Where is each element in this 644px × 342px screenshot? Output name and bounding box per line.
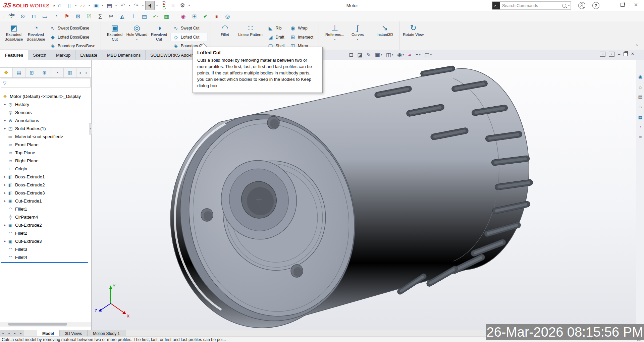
compare-button[interactable]: ∎ <box>212 12 221 20</box>
tree-item-boss-extrude2[interactable]: ▸◧Boss-Extrude2 <box>0 181 91 189</box>
panel-splitter-handle[interactable]: ◂ <box>89 123 92 134</box>
rebuild-button[interactable] <box>159 1 168 10</box>
home-button[interactable]: ⌂ <box>55 1 64 10</box>
performance-evaluation-button[interactable]: ◔ <box>51 12 60 20</box>
tree-item-fillet1[interactable]: ◠Fillet1 <box>0 205 91 213</box>
options-caret-icon[interactable]: ▾ <box>187 4 191 7</box>
tree-item-cirpattern4[interactable]: ╬CirPattern4 <box>0 213 91 221</box>
view-orientation-button[interactable]: ▣▾ <box>375 52 382 58</box>
tree-item-sensors[interactable]: ◎Sensors <box>0 108 91 116</box>
fillet-button[interactable]: ◠ Fillet <box>214 22 236 50</box>
tree-item-right-plane[interactable]: ▱Right Plane <box>0 157 91 165</box>
display-style-button[interactable]: ◫▾ <box>386 52 393 58</box>
search-commands-box[interactable]: >_ Search Commands ▾ <box>492 1 571 10</box>
excel-table-button[interactable]: ▦ <box>162 12 171 20</box>
open-caret-icon[interactable]: ▾ <box>88 4 91 7</box>
tree-item-solid-bodies[interactable]: ▸◳Solid Bodies(1) <box>0 124 91 132</box>
edit-appearance-button[interactable]: ◕ <box>408 52 411 58</box>
extruded-cut-button[interactable]: ▣ Extruded Cut <box>104 22 126 50</box>
tree-item-cut-extrude2[interactable]: ▸▣Cut-Extrude2 <box>0 221 91 229</box>
select-tool-button[interactable]: ➤ <box>145 1 155 10</box>
draft-button[interactable]: ◢Draft <box>265 33 287 42</box>
save-button[interactable]: ▣ <box>92 1 100 10</box>
restore-button[interactable] <box>621 3 625 7</box>
tree-item-material[interactable]: ≔Material <not specified> <box>0 132 91 140</box>
rib-button[interactable]: ◣Rib <box>265 24 287 33</box>
display-manager-tab[interactable]: ◔ <box>51 68 64 77</box>
expand-icon[interactable]: ▸ <box>3 175 7 178</box>
view-settings-button[interactable]: ▢▾ <box>425 52 432 58</box>
tab-motion-study-1[interactable]: Motion Study 1 <box>88 330 125 337</box>
tree-item-cut-extrude1[interactable]: ▸▣Cut-Extrude1 <box>0 197 91 205</box>
reference-caret-icon[interactable]: ▾ <box>334 38 335 41</box>
expand-icon[interactable]: ▸ <box>3 127 7 130</box>
curvature-button[interactable]: ⊞ <box>190 12 199 20</box>
search-icon[interactable] <box>562 4 566 8</box>
panel-horizontal-scrollbar[interactable] <box>0 322 91 327</box>
tree-item-annotations[interactable]: ▸AAnnotations <box>0 116 91 124</box>
rotate-view-button[interactable]: ↻ Rotate View <box>402 22 424 50</box>
last-tab-button[interactable]: ▸ <box>18 330 24 337</box>
panel-tab-scroll-right-icon[interactable]: ▸ <box>83 68 90 77</box>
tab-evaluate[interactable]: Evaluate <box>75 50 102 60</box>
new-document-button[interactable]: ▯ <box>65 1 73 10</box>
check-entity-button[interactable]: ⊠ <box>73 12 83 20</box>
print-caret-icon[interactable]: ▾ <box>114 4 118 7</box>
collapse-left-pane-button[interactable]: ◂ <box>600 52 605 57</box>
tree-item-front-plane[interactable]: ▱Front Plane <box>0 140 91 149</box>
zoom-to-fit-button[interactable]: ⊡ <box>349 52 353 58</box>
revolved-cut-button[interactable]: ◑ Revolved Cut <box>148 22 170 50</box>
section-view-button[interactable]: ◪ <box>357 52 362 58</box>
tab-mbd-dimensions[interactable]: MBD Dimensions <box>102 50 146 60</box>
open-button[interactable]: ▱ <box>78 1 87 10</box>
minimize-button[interactable]: – <box>606 1 612 7</box>
feature-manager-tab[interactable]: ❖ <box>0 68 13 77</box>
lofted-cut-button[interactable]: ◇Lofted Cut <box>170 33 208 42</box>
instant3d-button[interactable]: ↘ Instant3D <box>373 22 396 50</box>
tab-sketch[interactable]: Sketch <box>28 50 51 60</box>
geometry-check-button[interactable]: ☑ <box>85 12 94 20</box>
curves-button[interactable]: ∫ Curves ▾ <box>348 22 367 50</box>
home-tab-icon[interactable]: ◉ <box>638 74 642 79</box>
print-button[interactable]: ▤ <box>105 1 114 10</box>
tab-features[interactable]: Features <box>0 50 28 60</box>
tree-item-top-plane[interactable]: ▱Top Plane <box>0 149 91 157</box>
close-button[interactable]: × <box>633 1 639 8</box>
undercut-analysis-button[interactable]: ⊥ <box>129 12 138 20</box>
view-palette-icon[interactable]: ▦ <box>638 114 642 120</box>
tree-filter[interactable]: ▽ <box>1 78 91 88</box>
appearances-scenes-icon[interactable]: ◔ <box>639 124 642 130</box>
reference-geometry-button[interactable]: ⊥ Referenc... ▾ <box>322 22 348 50</box>
sensor-button[interactable]: ⚑ <box>62 12 71 20</box>
intersect-button[interactable]: ⊞Intersect <box>287 33 316 42</box>
extruded-boss-button[interactable]: ◩ Extruded Boss/Base <box>3 22 25 50</box>
hole-wizard-button[interactable]: ◎ Hole Wizard ▾ <box>126 22 148 50</box>
tree-item-history[interactable]: ▸◷History <box>0 100 91 108</box>
property-manager-tab[interactable]: ▤ <box>13 68 25 77</box>
draft-analysis-button[interactable]: ◭ <box>118 12 127 20</box>
help-button[interactable]: ? <box>592 2 599 9</box>
tree-item-origin[interactable]: ∟Origin <box>0 165 91 173</box>
select-caret-icon[interactable]: ▾ <box>155 4 159 7</box>
annotation-views-button[interactable]: ✎ <box>367 52 371 58</box>
doc-restore-button[interactable] <box>624 52 628 56</box>
undo-button[interactable]: ↶ <box>118 1 127 10</box>
3d-web-button[interactable]: ◎ <box>223 12 232 20</box>
panel-tab-scroll-left-icon[interactable]: ◂ <box>76 68 83 77</box>
tree-item-boss-extrude3[interactable]: ▸◧Boss-Extrude3 <box>0 189 91 197</box>
file-properties-2-button[interactable]: ▤ <box>140 12 149 20</box>
save-caret-icon[interactable]: ▾ <box>101 4 104 7</box>
magnified-selection-button[interactable]: ⊙ <box>18 12 27 20</box>
tree-item-fillet4[interactable]: ◠Fillet4 <box>0 253 91 261</box>
design-library-icon[interactable]: ▤ <box>638 94 642 100</box>
expand-icon[interactable]: ▸ <box>3 103 7 106</box>
solidworks-resources-icon[interactable]: ⌂ <box>639 84 642 90</box>
hole-wizard-caret-icon[interactable]: ▾ <box>136 38 138 41</box>
tree-item-boss-extrude1[interactable]: ▸◧Boss-Extrude1 <box>0 173 91 181</box>
expand-icon[interactable]: ▸ <box>3 199 7 203</box>
lofted-boss-button[interactable]: ◆Lofted Boss/Base <box>47 33 98 42</box>
appearance-wheel-button[interactable]: ◉ <box>179 12 188 20</box>
linear-pattern-button[interactable]: ∷ Linear Pattern <box>236 22 265 50</box>
tree-item-fillet2[interactable]: ◠Fillet2 <box>0 229 91 237</box>
tree-item-cut-extrude3[interactable]: ▸▣Cut-Extrude3 <box>0 237 91 245</box>
